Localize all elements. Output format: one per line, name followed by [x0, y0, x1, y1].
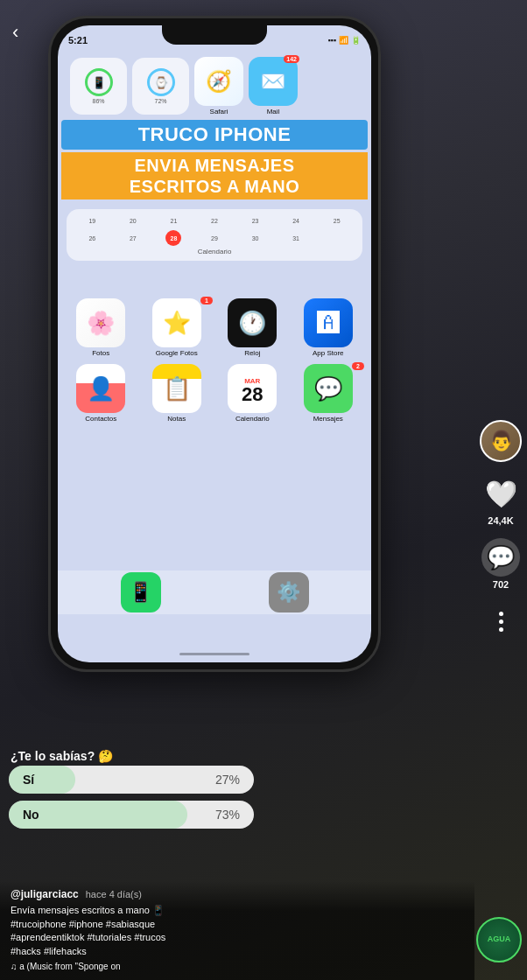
more-button[interactable]: [481, 602, 520, 640]
mensajes-label: Mensajes: [313, 415, 343, 423]
app-item-appstore[interactable]: 🅰 App Store: [294, 298, 363, 357]
dot-3: [499, 627, 503, 632]
phone-notch: [162, 25, 267, 45]
dock-settings[interactable]: ⚙️: [269, 572, 309, 612]
status-time: 5:21: [68, 35, 88, 46]
battery-label-1: 86%: [92, 98, 104, 104]
app-item-calendario[interactable]: MAR 28 Calendario: [218, 364, 287, 423]
gphotos-icon: ⭐: [152, 298, 201, 347]
battery-icon: 🔋: [351, 36, 361, 45]
dot-2: [499, 620, 503, 624]
safari-label: Safari: [210, 108, 228, 116]
phone-screen: 5:21 ▪▪▪ 📶 🔋 📱 86% ⌚ 72%: [58, 25, 371, 662]
cal-25: 25: [329, 213, 345, 228]
app-item-reloj[interactable]: 🕐 Reloj: [218, 298, 287, 357]
mensajes-icon: 💬: [304, 364, 353, 413]
dock: 📱 ⚙️: [58, 570, 371, 614]
contactos-icon: 👤: [76, 364, 125, 413]
cal-30: 30: [248, 230, 264, 246]
poll-pct-si: 27%: [215, 773, 240, 787]
calendario-app-label: Calendario: [235, 415, 270, 423]
cal-31: 31: [288, 230, 304, 246]
mail-badge: 142: [284, 55, 299, 63]
appstore-icon: 🅰: [304, 298, 353, 347]
status-icons: ▪▪▪ 📶 🔋: [327, 36, 361, 45]
reloj-label: Reloj: [244, 349, 260, 357]
title-blue: TRUCO IPHONE: [61, 120, 368, 150]
home-indicator: [179, 653, 249, 655]
safari-icon: 🧭: [194, 57, 243, 106]
cal-26: 26: [84, 230, 100, 246]
title-overlay: TRUCO IPHONE ENVIA MENSAJES ESCRITOS A M…: [61, 120, 368, 200]
poll-question: ¿Te lo sabías? 🤔: [11, 749, 113, 763]
signal-icon: ▪▪▪: [327, 36, 336, 45]
bottom-info: @juligarciacc hace 4 día(s) Envía mensaj…: [0, 881, 474, 980]
fotos-label: Fotos: [92, 349, 109, 357]
poll-overlay: Sí 27% No 73%: [9, 766, 254, 836]
wifi-icon: 📶: [339, 36, 348, 45]
time-ago: hace 4 día(s): [86, 889, 142, 900]
app-item-mensajes[interactable]: 💬 2 Mensajes: [294, 364, 363, 423]
calendar-top-row: 19 20 21 22 23 24 25: [72, 213, 357, 228]
app-item-notas[interactable]: 📋 Notas: [143, 364, 212, 423]
title-orange: ENVIA MENSAJES ESCRITOS A MANO: [61, 152, 368, 200]
fotos-icon: 🌸: [76, 298, 125, 347]
app-item-google-fotos[interactable]: ⭐ 1 Google Fotos: [143, 298, 212, 357]
dock-whatsapp[interactable]: 📱: [121, 572, 161, 612]
cal-20: 20: [125, 213, 141, 228]
back-arrow-icon[interactable]: ‹: [12, 21, 18, 44]
music-line: ♫ a (Music from "Sponge on: [11, 962, 464, 971]
mail-icon: ✉️: [249, 57, 298, 106]
poll-pct-no: 73%: [215, 808, 240, 822]
three-dots-vertical-icon: [499, 612, 503, 632]
gphotos-label: Google Fotos: [156, 349, 198, 357]
comment-button[interactable]: 💬 702: [481, 538, 520, 590]
calendar-widget: 19 20 21 22 23 24 25 26 27 28 29 30 31: [67, 209, 362, 261]
poll-option-no[interactable]: No 73%: [9, 801, 254, 829]
phone-frame: 5:21 ▪▪▪ 📶 🔋 📱 86% ⌚ 72%: [48, 16, 381, 672]
like-count: 24,4K: [488, 515, 513, 526]
comment-count: 702: [493, 579, 509, 590]
agua-sticker: AGUA: [476, 917, 522, 962]
cal-27: 27: [125, 230, 141, 246]
username[interactable]: @juligarciacc: [11, 888, 79, 900]
gphotos-badge: 1: [200, 297, 213, 304]
battery-widget-2: ⌚ 72%: [132, 58, 189, 115]
cal-22: 22: [207, 213, 222, 228]
cal-29: 29: [207, 230, 222, 246]
mensajes-badge: 2: [352, 362, 364, 370]
poll-label-no: No: [23, 808, 39, 822]
app-item-fotos[interactable]: 🌸 Fotos: [67, 298, 136, 357]
creator-avatar[interactable]: 👨: [480, 420, 522, 462]
cal-23: 23: [248, 213, 264, 228]
caption-text: Envía mensajes escritos a mano 📱 #trucoi…: [11, 905, 165, 956]
battery-widget-1: 📱 86%: [70, 58, 127, 115]
notas-icon: 📋: [152, 364, 201, 413]
calendar-bottom-row: 26 27 28 29 30 31: [72, 230, 357, 246]
battery-ring-phone: 📱: [85, 68, 113, 96]
app-item-safari[interactable]: 🧭 Safari: [194, 57, 243, 116]
battery-ring-watch: ⌚: [147, 68, 175, 96]
cal-24: 24: [288, 213, 304, 228]
username-line: @juligarciacc hace 4 día(s): [11, 888, 464, 900]
contactos-label: Contactos: [85, 415, 116, 423]
calendario-app-icon: MAR 28: [228, 364, 277, 413]
mail-label: Mail: [267, 108, 280, 116]
app-item-mail[interactable]: ✉️ 142 Mail: [249, 57, 298, 116]
cal-21: 21: [165, 213, 181, 228]
poll-option-si[interactable]: Sí 27%: [9, 766, 254, 794]
battery-label-2: 72%: [154, 98, 166, 104]
like-button[interactable]: 🤍 24,4K: [481, 474, 520, 526]
appstore-label: App Store: [313, 349, 344, 357]
poll-bar-si: [9, 766, 75, 794]
sticker-text: AGUA: [488, 935, 511, 944]
app-grid: 🌸 Fotos ⭐ 1 Google Fotos 🕐 Reloj: [63, 295, 366, 426]
title-orange-line2: ESCRITOS A MANO: [130, 177, 300, 196]
notas-label: Notas: [167, 415, 186, 423]
cal-empty: [329, 230, 345, 246]
title-orange-line1: ENVIA MENSAJES: [135, 156, 295, 175]
comment-icon: 💬: [481, 538, 520, 577]
top-apps-row: 📱 86% ⌚ 72% 🧭 Safari ✉️: [67, 53, 362, 119]
app-item-contactos[interactable]: 👤 Contactos: [67, 364, 136, 423]
reloj-icon: 🕐: [228, 298, 277, 347]
